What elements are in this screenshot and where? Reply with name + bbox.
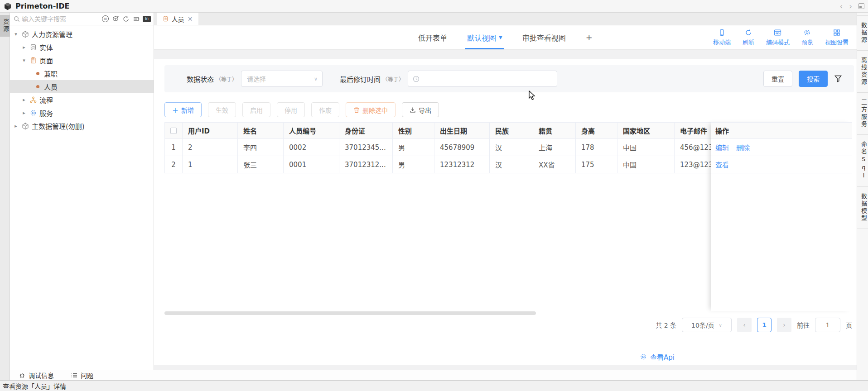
row-index: 1 xyxy=(164,139,183,156)
action-label: 移动端 xyxy=(713,38,731,46)
problems-button[interactable]: 问题 xyxy=(71,371,93,380)
new-model-cube-icon[interactable] xyxy=(111,15,120,23)
rail-tab-data-model[interactable]: 数据模型 xyxy=(857,187,868,229)
expand-arrow-icon[interactable]: ▸ xyxy=(21,97,27,103)
page-dot-icon xyxy=(36,72,39,75)
code-mode-button[interactable]: 编码模式 xyxy=(766,29,790,46)
view-link[interactable]: 查看 xyxy=(715,160,729,169)
tree-item-pages[interactable]: ▾ 页面 xyxy=(10,54,154,67)
preview-button[interactable]: 预览 xyxy=(801,29,813,46)
expand-arrow-icon[interactable]: ▸ xyxy=(21,110,27,116)
debug-info-button[interactable]: 调试信息 xyxy=(19,371,54,380)
filter-time-label: 最后修订时间 xyxy=(340,74,381,84)
flow-icon xyxy=(30,96,37,103)
view-tab-approval[interactable]: 审批查看视图 xyxy=(522,25,566,49)
debug-icon xyxy=(19,372,25,378)
expand-arrow-icon[interactable]: ▾ xyxy=(21,57,27,63)
search-icon xyxy=(14,16,20,22)
cell-id-card: 37012345... xyxy=(339,139,393,156)
goto-page-input[interactable] xyxy=(815,318,840,332)
select-all-checkbox[interactable] xyxy=(170,128,177,134)
tree-item-process[interactable]: ▸ 流程 xyxy=(10,93,154,106)
cell-user-id: 1 xyxy=(183,156,238,173)
modified-time-input[interactable] xyxy=(408,71,557,87)
invalidate-button[interactable]: 作废 xyxy=(311,102,339,117)
status-text: 查看资源「人员」详情 xyxy=(3,381,66,391)
edit-link[interactable]: 编辑 xyxy=(715,143,729,152)
history-back-icon[interactable]: ‹ xyxy=(839,2,843,11)
page-number-button[interactable]: 1 xyxy=(757,318,772,332)
right-rail: 数据源 离线资源 三方服务 命名Sql 数据模型 xyxy=(857,13,868,380)
rail-tab-resources[interactable]: 资源 xyxy=(0,15,10,37)
list-settings-icon[interactable] xyxy=(132,15,140,23)
trash-icon xyxy=(353,107,360,113)
col-header-name: 姓名 xyxy=(238,122,284,139)
view-tab-default[interactable]: 默认视图 ▼ xyxy=(467,25,502,49)
enable-button[interactable]: 启用 xyxy=(242,102,270,117)
col-header-id-card: 身份证 xyxy=(339,122,393,139)
tree-item-master-data[interactable]: ▸ 主数据管理(勿删) xyxy=(10,119,154,133)
svg-text:AI: AI xyxy=(104,17,107,20)
delete-link[interactable]: 删除 xyxy=(736,143,750,152)
add-label: 新增 xyxy=(181,105,194,114)
app-title: Primeton-IDE xyxy=(15,2,69,10)
horizontal-scrollbar-thumb[interactable] xyxy=(164,311,536,315)
page-size-value: 10条/页 xyxy=(691,320,714,329)
disable-button[interactable]: 停用 xyxy=(277,102,305,117)
window-layout-icon[interactable] xyxy=(858,3,864,9)
delete-selected-button[interactable]: 删除选中 xyxy=(346,102,395,117)
cell-ethnicity: 汉 xyxy=(490,156,533,173)
search-button[interactable]: 搜索 xyxy=(799,71,828,87)
take-effect-button[interactable]: 生效 xyxy=(208,102,236,117)
ai-assistant-icon[interactable]: AI xyxy=(101,15,109,23)
rail-tab-datasource[interactable]: 数据源 xyxy=(857,15,868,51)
mobile-view-button[interactable]: 移动端 xyxy=(713,29,731,46)
next-page-button[interactable]: › xyxy=(777,318,791,332)
tree-item-entity[interactable]: ▸ 实体 xyxy=(10,41,154,54)
filter-panel: 数据状态 〈等于〉 请选择 ∨ 最后修订时间 〈等于〉 重置 搜索 xyxy=(164,65,854,92)
rail-tab-named-sql[interactable]: 命名Sql xyxy=(857,135,868,187)
view-settings-button[interactable]: 视图设置 xyxy=(825,29,849,46)
col-header-operation: 操作 xyxy=(711,122,852,139)
reset-button[interactable]: 重置 xyxy=(763,71,792,87)
expand-arrow-icon[interactable]: ▸ xyxy=(21,44,27,50)
col-header-height: 身高 xyxy=(576,122,617,139)
tree-item-parttime[interactable]: 兼职 xyxy=(10,67,154,80)
page-clipboard-icon xyxy=(30,57,37,64)
view-tab-bar: 低开表单 默认视图 ▼ 审批查看视图 + 移动端 刷新 编码模式 xyxy=(154,25,857,50)
tree-item-label: 流程 xyxy=(39,95,53,105)
filter-status-operator: 〈等于〉 xyxy=(216,75,237,83)
expand-arrow-icon[interactable]: ▸ xyxy=(13,123,19,129)
history-forward-icon[interactable]: › xyxy=(849,2,852,11)
tree-item-personnel[interactable]: 人员 xyxy=(10,80,154,93)
tree-item-label: 兼职 xyxy=(44,69,58,78)
editor-tab-personnel[interactable]: 人员 ✕ xyxy=(157,13,198,25)
explorer-search-input[interactable] xyxy=(22,15,99,23)
add-view-button[interactable]: + xyxy=(586,25,593,49)
tree-item-services[interactable]: ▸ 服务 xyxy=(10,106,154,119)
tree-item-hr-management[interactable]: ▾ 人力资源管理 xyxy=(10,28,154,41)
close-tab-icon[interactable]: ✕ xyxy=(188,15,193,23)
filter-funnel-icon[interactable] xyxy=(834,75,842,83)
view-tab-lowcode-form[interactable]: 低开表单 xyxy=(418,25,447,49)
refresh-view-button[interactable]: 刷新 xyxy=(743,29,754,46)
input-method-icon[interactable]: In xyxy=(143,15,151,23)
expand-arrow-icon[interactable]: ▾ xyxy=(13,31,19,37)
enable-label: 启用 xyxy=(250,105,263,114)
view-api-link[interactable]: 查看Api xyxy=(640,352,675,362)
export-button[interactable]: 导出 xyxy=(402,102,439,117)
list-view-card: 数据状态 〈等于〉 请选择 ∨ 最后修订时间 〈等于〉 重置 搜索 xyxy=(154,59,857,365)
page-size-select[interactable]: 10条/页 ∨ xyxy=(682,318,732,332)
prev-page-button[interactable]: ‹ xyxy=(737,318,752,332)
rail-tab-thirdparty-services[interactable]: 三方服务 xyxy=(857,93,868,135)
chevron-down-icon: ∨ xyxy=(719,323,722,328)
cell-country: 中国 xyxy=(617,156,675,173)
tree-item-label: 人员 xyxy=(44,82,58,91)
refresh-tree-icon[interactable] xyxy=(122,15,130,23)
add-button[interactable]: ＋ 新增 xyxy=(164,102,202,117)
status-select[interactable]: 请选择 ∨ xyxy=(241,71,323,87)
action-label: 预览 xyxy=(801,38,813,46)
cell-ethnicity: 汉 xyxy=(490,139,533,156)
plus-icon: ＋ xyxy=(172,105,178,114)
rail-tab-offline-resources[interactable]: 离线资源 xyxy=(857,51,868,93)
